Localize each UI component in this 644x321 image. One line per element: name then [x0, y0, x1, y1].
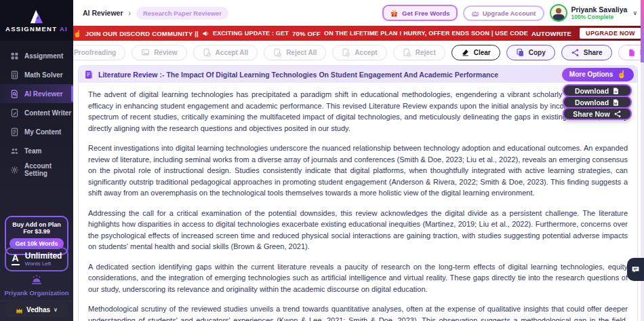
- workspace-name: Vedhas: [26, 306, 50, 314]
- review-doc-icon: [10, 90, 19, 98]
- grid-icon: [10, 52, 19, 60]
- scrollbar-thumb[interactable]: [641, 0, 644, 62]
- sidebar-item-label: AI Reviewer: [24, 90, 63, 98]
- organization-name: Priyank Organization: [0, 289, 73, 297]
- words-left-card: A Unlimited Words Left: [5, 247, 68, 271]
- doc-check-icon: [342, 48, 350, 57]
- avatar-head: [556, 8, 561, 14]
- promo-banner: ☝ JOIN OUR DISCORD COMMUNITY || EXCITING…: [73, 26, 641, 41]
- accept-button[interactable]: Accept: [332, 45, 386, 60]
- chat-bubble-icon: [631, 265, 640, 273]
- copy-icon: [516, 48, 525, 57]
- pencil-doc-icon: [10, 109, 19, 117]
- sidebar-nav: Assignment Math Solver AI Reviewer: [0, 41, 73, 179]
- breadcrumb-current[interactable]: Research Paper Reviewer: [136, 7, 228, 20]
- accept-all-button[interactable]: Accept All: [193, 45, 258, 60]
- chevron-down-icon: ∨: [54, 307, 58, 313]
- team-icon: [10, 147, 19, 155]
- doc-check-icon: [203, 48, 212, 57]
- more-options-label: More Options: [569, 71, 613, 78]
- user-menu[interactable]: Priyank Savaliya 100% Complete ∨: [550, 4, 638, 22]
- document-title: Literature Review :- The Impact Of Digit…: [98, 71, 498, 79]
- button-label: Reject: [416, 49, 436, 56]
- button-label: Reject All: [286, 49, 317, 56]
- more-options-menu: Download Download Share Now: [563, 84, 632, 120]
- button-label: Accept: [355, 49, 377, 56]
- doc-cross-icon: [403, 48, 411, 57]
- organization-icon: [30, 274, 43, 285]
- gear-icon: [10, 166, 19, 174]
- menu-item-label: Share Now: [573, 110, 609, 118]
- share-button[interactable]: Share: [561, 45, 612, 60]
- avatar: [550, 4, 567, 22]
- literature-doc-icon: [84, 70, 94, 79]
- word-file-icon: [612, 98, 620, 107]
- sidebar-item-team[interactable]: Team: [0, 141, 73, 160]
- button-label: Share: [584, 49, 603, 56]
- calculator-icon: [10, 71, 19, 79]
- feedback-chat-tab[interactable]: [627, 258, 644, 281]
- sidebar-item-label: Assignment: [24, 52, 63, 60]
- banner-discord-text: JOIN OUR DISCORD COMMUNITY ||: [85, 30, 199, 37]
- upgrade-account-button[interactable]: Upgrade Account: [463, 5, 544, 21]
- organization-block[interactable]: Priyank Organization: [0, 274, 73, 297]
- app-logo-text: ASSIGNMENT AI: [5, 25, 68, 33]
- paragraph: A dedicated section identifying gaps wit…: [88, 261, 628, 295]
- share-icon: [571, 48, 580, 57]
- sidebar-divider: [0, 301, 73, 301]
- chevron-down-icon[interactable]: ∨: [632, 10, 637, 16]
- reject-button[interactable]: Reject: [393, 45, 445, 60]
- share-icon: [613, 110, 622, 118]
- workspace-selector[interactable]: Vedhas ∨: [5, 303, 68, 317]
- clear-button[interactable]: Clear: [451, 45, 500, 60]
- get-free-words-label: Get Free Words: [402, 10, 450, 17]
- review-toolbar: Proofreading Review Accept All: [73, 41, 641, 64]
- top-bar: AI Reviewer › Research Paper Reviewer Ge…: [73, 0, 641, 26]
- sidebar-item-label: Team: [24, 147, 41, 155]
- review-button[interactable]: Review: [132, 45, 186, 60]
- new-file-icon: [628, 48, 636, 57]
- banner-promo-code: AUTOWRITE: [531, 30, 571, 37]
- megaphone-icon: [202, 30, 209, 37]
- sidebar-item-account-setting[interactable]: Account Setting: [0, 160, 73, 179]
- upgrade-now-button[interactable]: UPGRADE NOW: [580, 28, 641, 39]
- breadcrumb-parent[interactable]: AI Reviewer: [83, 9, 123, 17]
- banner-offer-text: EXCITING UPDATE : GET: [213, 30, 289, 37]
- hand-icon: ☝: [73, 30, 82, 37]
- pdf-file-icon: [612, 87, 620, 95]
- app-window: ASSIGNMENT AI Assignment Math Solver: [0, 0, 644, 321]
- sidebar-item-label: My Content: [24, 128, 61, 136]
- document-header: Literature Review :- The Impact Of Digit…: [79, 66, 637, 83]
- paragraph: The advent of digital learning technolog…: [88, 89, 628, 134]
- button-label: Clear: [474, 49, 491, 56]
- app-logo[interactable]: ASSIGNMENT AI: [0, 0, 73, 41]
- profile-completion-badge: 100% Complete: [571, 14, 628, 20]
- words-left-title: Unlimited: [25, 252, 62, 261]
- copy-button[interactable]: Copy: [506, 45, 555, 60]
- eraser-icon: [461, 48, 470, 56]
- button-label: Proofreading: [74, 49, 116, 56]
- button-label: Accept All: [216, 49, 249, 56]
- crown-icon: [471, 10, 479, 17]
- get-free-words-button[interactable]: Get Free Words: [382, 5, 458, 21]
- gift-icon: [390, 9, 399, 17]
- sidebar-item-my-content[interactable]: My Content: [0, 122, 73, 141]
- reject-all-button[interactable]: Reject All: [264, 45, 326, 60]
- sidebar-item-label: Math Solver: [24, 71, 63, 79]
- paragraph: Addressing the call for a critical exami…: [88, 208, 628, 252]
- breadcrumb-separator: ›: [129, 10, 131, 17]
- addon-title: Buy Add on Plan For $3.99: [7, 221, 66, 235]
- image-icon: [141, 48, 150, 56]
- document-title-rest: :- The Impact Of Digital Learning Techno…: [159, 71, 498, 79]
- crown-icon: [16, 307, 23, 314]
- sidebar-item-assignment[interactable]: Assignment: [0, 46, 73, 65]
- assignment-ai-logo-icon: [28, 8, 45, 24]
- doc-cross-icon: [273, 48, 282, 57]
- share-now-menu-item[interactable]: Share Now: [563, 107, 632, 120]
- more-options-button[interactable]: More Options ☝: [562, 68, 634, 81]
- sidebar-item-math-solver[interactable]: Math Solver: [0, 65, 73, 84]
- sidebar-item-ai-reviewer[interactable]: AI Reviewer: [0, 84, 73, 103]
- words-left-subtitle: Words Left: [25, 261, 62, 267]
- sidebar-item-content-writer[interactable]: Content Writer: [0, 103, 73, 122]
- paragraph: Recent investigations into digital learn…: [88, 143, 628, 199]
